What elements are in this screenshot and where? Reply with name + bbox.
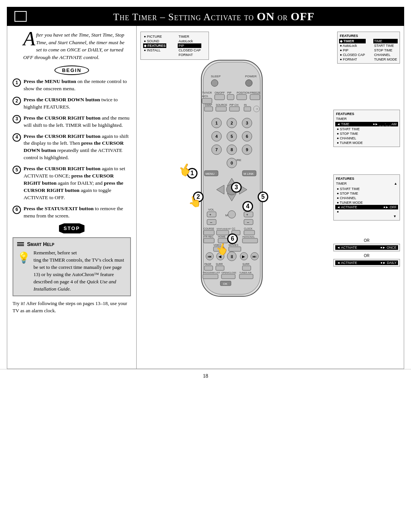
svg-text:IN: IN — [244, 104, 247, 106]
svg-text:4: 4 — [215, 134, 218, 139]
svg-rect-14 — [237, 94, 247, 100]
screen-features-timer: FEATURES ◆ TIMER ● AutoLock ● PIP ● CLOS… — [337, 32, 400, 64]
bulb-icon: 💡 — [17, 250, 30, 292]
page-header: The Timer – Setting Activate to ON or OF… — [7, 7, 404, 26]
svg-point-3 — [211, 80, 218, 86]
svg-text:3: 3 — [246, 121, 248, 125]
svg-rect-72 — [217, 230, 229, 235]
svg-text:POWER: POWER — [245, 75, 256, 78]
intro-paragraph: A fter you have set the Time, Start Time… — [13, 31, 131, 61]
step-1-text: Press the MENU button on the remote cont… — [24, 78, 131, 93]
step-6-number: 6 — [13, 206, 21, 214]
or-label-1: OR — [333, 238, 400, 243]
svg-text:M LINK: M LINK — [244, 172, 254, 176]
svg-rect-104 — [203, 274, 218, 279]
step-1-number: 1 — [13, 78, 21, 87]
svg-text:SOURCE: SOURCE — [216, 104, 227, 106]
intro-text: fter you have set the Time, Start Time, … — [23, 32, 124, 60]
smart-help-body: 💡 Remember, before set­ting the TIMER co… — [17, 249, 126, 292]
smart-help-lines-icon — [17, 242, 24, 246]
svg-text:8: 8 — [231, 147, 233, 152]
svg-text:PROGRAM LIST: PROGRAM LIST — [203, 272, 220, 274]
svg-text:+: + — [246, 213, 248, 217]
stop-badge: STOP — [13, 223, 131, 233]
header-box-icon — [14, 11, 27, 22]
svg-text:⏸: ⏸ — [229, 254, 234, 259]
svg-rect-106 — [221, 274, 235, 279]
svg-text:OPEN/CLOSE: OPEN/CLOSE — [221, 272, 236, 274]
svg-text:SLEEP: SLEEP — [211, 75, 221, 78]
svg-text:☀: ☀ — [256, 107, 258, 111]
svg-rect-82 — [242, 238, 258, 243]
svg-point-64 — [228, 211, 236, 218]
svg-rect-70 — [204, 230, 214, 235]
page-title: The Timer – Setting Activate to ON or OF… — [31, 10, 397, 23]
svg-text:⏭: ⏭ — [253, 254, 256, 259]
step-1: 1 Press the MENU button on the remote co… — [13, 78, 131, 93]
svg-text:FREEZE: FREEZE — [250, 91, 261, 94]
screen-activate-once: ◄ ACTIVATE●► ONCE — [333, 244, 400, 251]
right-panel: ● PICTURE ● SOUND ◆ FEATURES ● INSTALL T… — [137, 26, 404, 369]
svg-text:5: 5 — [231, 134, 233, 139]
svg-rect-86 — [229, 247, 241, 251]
svg-point-5 — [245, 80, 252, 86]
smart-help-box: Smart Help 💡 Remember, before set­ting t… — [13, 237, 131, 296]
svg-text:CLOCK: CLOCK — [244, 227, 253, 230]
svg-text:COURSE: COURSE — [204, 227, 214, 230]
svg-rect-10 — [215, 94, 225, 100]
svg-text:–: – — [210, 220, 212, 224]
step-6: 6 Press the STATUS/EXIT button to remove… — [13, 205, 131, 220]
step-4-number: 4 — [13, 133, 21, 142]
svg-rect-108 — [239, 274, 253, 279]
svg-text:STATUS/EXIT: STATUS/EXIT — [217, 228, 231, 230]
step-2-number: 2 — [13, 97, 21, 105]
svg-rect-100 — [216, 266, 224, 270]
svg-text:9: 9 — [246, 147, 248, 152]
begin-badge: BEGIN — [13, 66, 131, 75]
step-4: 4 Press the CURSOR RIGHT button again to… — [13, 133, 131, 162]
smart-help-header: Smart Help — [17, 241, 126, 247]
step-3: 3 Press the CURSOR RIGHT button and the … — [13, 115, 131, 129]
screen-features-menu: ● PICTURE ● SOUND ◆ FEATURES ● INSTALL T… — [140, 32, 209, 60]
svg-text:ON/OFF: ON/OFF — [215, 91, 225, 94]
svg-text:2: 2 — [231, 121, 233, 125]
begin-oval: BEGIN — [54, 66, 89, 75]
svg-text:POSITION: POSITION — [237, 91, 249, 94]
step-5-text: Press the CURSOR RIGHT button again to s… — [24, 165, 131, 201]
svg-rect-16 — [250, 94, 260, 100]
screen-timer-time: FEATURES TIMER ◄ TIME●► _ _ :_ _ AM ● ST… — [333, 110, 400, 147]
step-3-number: 3 — [13, 115, 21, 123]
svg-text:⏮: ⏮ — [208, 254, 212, 259]
smart-help-title: Smart Help — [27, 241, 54, 247]
screen-activate-daily: ◄ ACTIVATE●► DAILY — [333, 259, 400, 267]
step-5-number: 5 — [13, 166, 21, 174]
svg-rect-58 — [207, 212, 216, 217]
svg-rect-18 — [204, 107, 213, 111]
svg-text:–: – — [247, 220, 249, 224]
svg-rect-98 — [204, 266, 213, 270]
svg-text:CC: CC — [232, 227, 236, 230]
svg-text:HOME: HOME — [218, 235, 226, 238]
svg-text:▶: ▶ — [242, 254, 245, 259]
step-6-text: Press the STATUS/EXIT button to remove t… — [24, 205, 131, 220]
svg-rect-102 — [242, 266, 251, 270]
svg-rect-22 — [229, 107, 239, 111]
remote-control: SLEEP POWER TV/VCR A/Ch ON/OFF PIP POSIT… — [186, 56, 285, 323]
svg-text:ITR REC: ITR REC — [204, 235, 213, 238]
step-4-text: Press the CURSOR RIGHT button again to s… — [24, 133, 131, 162]
svg-text:1: 1 — [215, 121, 218, 125]
svg-text:SWAP: SWAP — [204, 104, 212, 106]
svg-text:PIP CH: PIP CH — [229, 104, 238, 106]
step-2-text: Press the CURSOR DOWN button twice to hi… — [24, 96, 131, 111]
svg-rect-24 — [244, 107, 251, 111]
step-5: 5 Press the CURSOR RIGHT button again to… — [13, 165, 131, 201]
svg-rect-76 — [244, 230, 255, 235]
svg-rect-12 — [227, 94, 234, 100]
svg-rect-61 — [244, 212, 253, 217]
svg-text:7: 7 — [215, 147, 218, 152]
svg-text:SURR: SURR — [216, 263, 223, 265]
page-number: 18 — [0, 369, 411, 383]
svg-text:0: 0 — [231, 161, 233, 165]
stop-octagon: STOP — [59, 223, 84, 233]
step-2: 2 Press the CURSOR DOWN button twice to … — [13, 96, 131, 111]
